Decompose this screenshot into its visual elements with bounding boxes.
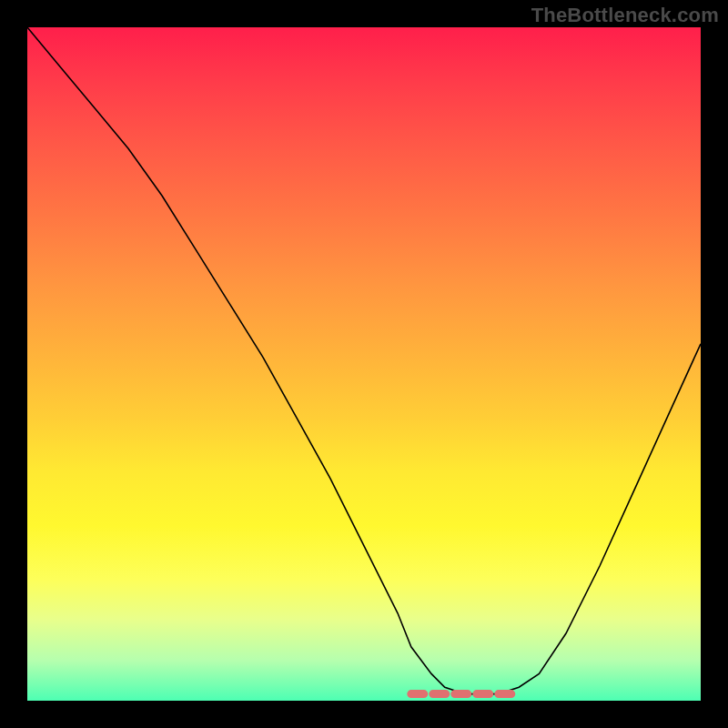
chart-svg bbox=[27, 27, 701, 701]
watermark-text: TheBottleneck.com bbox=[531, 4, 719, 27]
chart-frame: TheBottleneck.com bbox=[0, 0, 728, 728]
curve-line bbox=[27, 27, 701, 694]
plot-area bbox=[27, 27, 701, 701]
